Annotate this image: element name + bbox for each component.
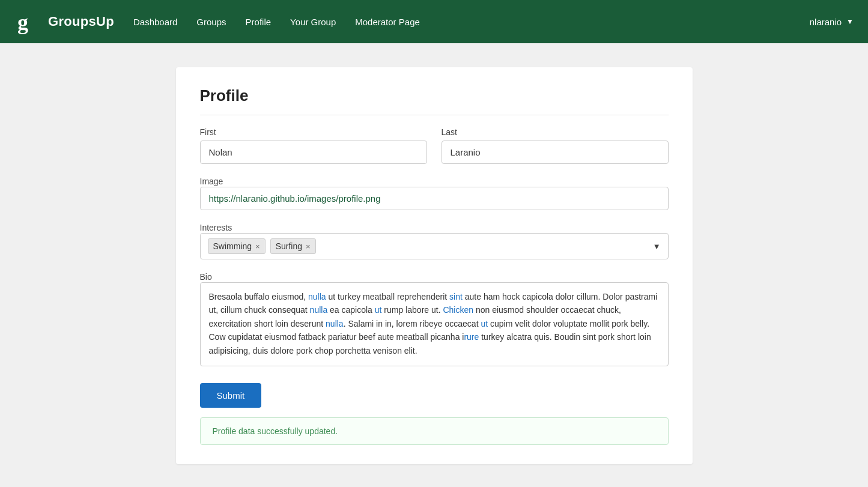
- bio-textarea[interactable]: Bresaola buffalo eiusmod, nulla ut turke…: [200, 282, 669, 366]
- user-menu-arrow: ▼: [846, 17, 854, 26]
- image-input[interactable]: [200, 187, 669, 210]
- username: nlaranio: [810, 17, 842, 27]
- interest-label-swimming: Swimming: [213, 241, 252, 251]
- image-label: Image: [200, 177, 223, 186]
- logo-icon: g: [14, 8, 42, 35]
- interest-tag-swimming: Swimming ×: [208, 238, 266, 254]
- first-name-input[interactable]: [200, 141, 427, 164]
- last-name-group: Last: [442, 127, 669, 164]
- interests-section: Interests Swimming × Surfing × ▼: [200, 222, 669, 259]
- remove-surfing-button[interactable]: ×: [306, 243, 311, 250]
- bio-section: Bio Bresaola buffalo eiusmod, nulla ut t…: [200, 271, 669, 366]
- page-content: Profile First Last Image Interests Swimm…: [0, 43, 868, 487]
- remove-swimming-button[interactable]: ×: [255, 243, 260, 250]
- nav-link-moderator-page[interactable]: Moderator Page: [355, 14, 420, 29]
- success-message: Profile data successfully updated.: [200, 417, 669, 445]
- interests-dropdown-arrow[interactable]: ▼: [653, 242, 661, 251]
- nav-links: Dashboard Groups Profile Your Group Mode…: [133, 14, 810, 29]
- name-row: First Last: [200, 127, 669, 164]
- bio-label: Bio: [200, 272, 212, 282]
- last-name-input[interactable]: [442, 141, 669, 164]
- submit-button[interactable]: Submit: [200, 383, 262, 408]
- first-name-label: First: [200, 127, 427, 137]
- logo-text: GroupsUp: [48, 14, 114, 29]
- nav-link-groups[interactable]: Groups: [196, 14, 226, 29]
- page-title: Profile: [200, 86, 669, 115]
- interests-container[interactable]: Swimming × Surfing × ▼: [200, 233, 669, 259]
- profile-card: Profile First Last Image Interests Swimm…: [176, 67, 693, 464]
- image-section: Image: [200, 176, 669, 210]
- last-name-label: Last: [442, 127, 669, 137]
- interests-label: Interests: [200, 223, 232, 232]
- user-menu[interactable]: nlaranio ▼: [810, 17, 854, 27]
- svg-text:g: g: [17, 10, 28, 34]
- nav-link-dashboard[interactable]: Dashboard: [133, 14, 177, 29]
- logo[interactable]: g GroupsUp: [14, 8, 114, 35]
- first-name-group: First: [200, 127, 427, 164]
- interest-label-surfing: Surfing: [276, 241, 302, 251]
- interest-tag-surfing: Surfing ×: [270, 238, 316, 254]
- nav-link-profile[interactable]: Profile: [246, 14, 272, 29]
- navbar: g GroupsUp Dashboard Groups Profile Your…: [0, 0, 868, 43]
- nav-link-your-group[interactable]: Your Group: [290, 14, 336, 29]
